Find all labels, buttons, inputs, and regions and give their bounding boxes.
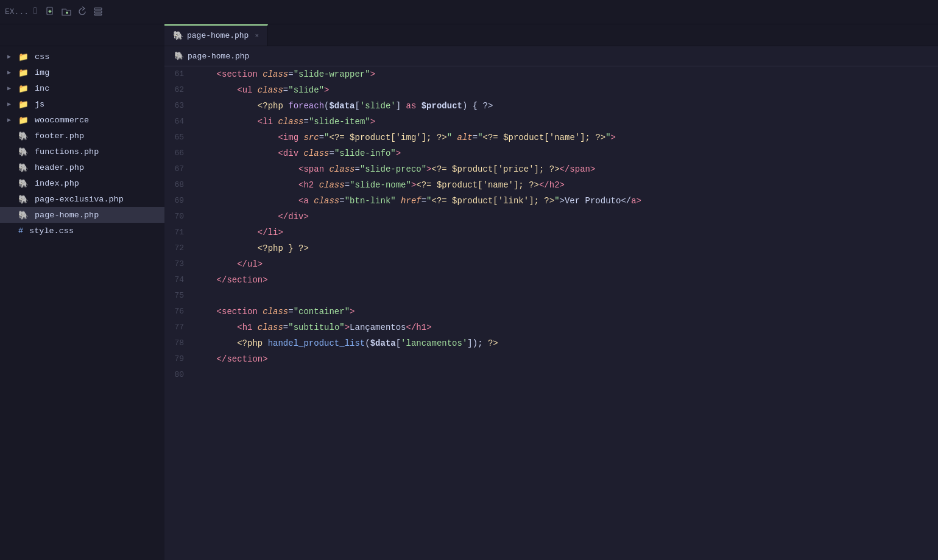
token: <	[278, 133, 283, 142]
token: >	[324, 85, 329, 95]
refresh-icon[interactable]	[77, 6, 88, 17]
token: a	[631, 196, 636, 206]
php-icon: 🐘	[18, 163, 29, 173]
token: class	[263, 69, 288, 79]
token: =	[421, 196, 426, 206]
folder-arrow: ▶	[7, 85, 15, 92]
sidebar-item-img[interactable]: ▶📁img	[0, 65, 164, 80]
line-number: 80	[164, 367, 196, 383]
line-content: <?php } ?>	[196, 240, 938, 256]
line-content: <a class="btn-link" href="<?= $product['…	[196, 193, 938, 209]
token: "btn-link"	[345, 196, 396, 206]
line-number: 75	[164, 288, 196, 304]
token: <	[237, 85, 242, 95]
token: "slide-nome"	[350, 180, 411, 190]
token: class	[329, 164, 354, 174]
code-line-74: 74 </section>	[164, 272, 938, 288]
token: =	[288, 307, 293, 317]
token	[196, 85, 237, 95]
code-line-63: 63 <?php foreach($data['slide'] as $prod…	[164, 98, 938, 114]
folder-arrow: ▶	[7, 100, 15, 108]
new-file-icon[interactable]: 	[34, 6, 56, 17]
sidebar-item-index-php[interactable]: 🐘index.php	[0, 175, 164, 191]
token: <	[278, 149, 283, 158]
token: >	[396, 149, 401, 158]
token: "container"	[294, 307, 350, 317]
line-content: <ul class="slide">	[196, 82, 938, 98]
line-number: 68	[164, 177, 196, 193]
code-line-72: 72 <?php } ?>	[164, 240, 938, 256]
code-line-61: 61 <section class="slide-wrapper">	[164, 66, 938, 82]
line-content: </div>	[196, 209, 938, 225]
sidebar-item-js[interactable]: ▶📁js	[0, 96, 164, 112]
token	[196, 180, 298, 190]
sidebar-item-label: style.css	[29, 226, 74, 236]
token: <?php	[237, 338, 263, 348]
token: >	[303, 212, 308, 222]
token: "subtitulo"	[288, 323, 344, 332]
folder-arrow: ▶	[7, 116, 15, 124]
sidebar-item-page-home-php[interactable]: 🐘page-home.php	[0, 207, 164, 223]
sidebar-item-page-exclusiva-php[interactable]: 🐘page-exclusiva.php	[0, 191, 164, 207]
line-content: <?php foreach($data['slide'] as $product…	[196, 98, 938, 114]
token	[258, 69, 263, 79]
token: ul	[242, 85, 253, 95]
token: "slide-info"	[334, 149, 396, 158]
token: alt	[457, 133, 473, 142]
token: "	[426, 196, 431, 206]
line-number: 74	[164, 272, 196, 288]
token	[263, 338, 267, 348]
main-layout: ▶📁css▶📁img▶📁inc▶📁js▶📁woocommerce🐘footer.…	[0, 46, 938, 560]
token: div	[288, 212, 303, 222]
token	[196, 338, 237, 348]
token	[196, 117, 258, 127]
sidebar-item-footer-php[interactable]: 🐘footer.php	[0, 128, 164, 144]
sidebar-item-style-css[interactable]: #style.css	[0, 223, 164, 239]
sidebar-item-functions-php[interactable]: 🐘functions.php	[0, 144, 164, 159]
token: >	[426, 164, 431, 174]
token: =	[339, 196, 344, 206]
sidebar-item-label: js	[35, 100, 44, 109]
titlebar-left: EX... 	[5, 6, 169, 17]
token: "slide-item"	[309, 117, 370, 127]
token: class	[258, 85, 283, 95]
tab-close-button[interactable]: ×	[255, 32, 259, 40]
token: <	[237, 323, 242, 332]
token: >	[263, 275, 267, 285]
token: ul	[247, 259, 258, 269]
collapse-icon[interactable]	[93, 6, 104, 17]
tab-page-home[interactable]: 🐘 page-home.php ×	[164, 24, 268, 46]
sidebar-item-header-php[interactable]: 🐘header.php	[0, 159, 164, 175]
token: [	[396, 338, 401, 348]
line-number: 62	[164, 82, 196, 98]
new-folder-icon[interactable]	[61, 6, 72, 17]
token: class	[319, 180, 345, 190]
folder-icon: 📁	[18, 115, 29, 125]
token: <	[258, 117, 263, 127]
code-line-62: 62 <ul class="slide">	[164, 82, 938, 98]
token: ]);	[467, 338, 482, 348]
sidebar-item-label: img	[35, 68, 49, 77]
sidebar-item-css[interactable]: ▶📁css	[0, 49, 164, 65]
svg-rect-6	[94, 11, 102, 13]
code-line-76: 76 <section class="container">	[164, 304, 938, 320]
editor[interactable]: 🐘 page-home.php 61 <section class="slide…	[164, 46, 938, 560]
token	[196, 164, 298, 174]
code-line-73: 73 </ul>	[164, 256, 938, 272]
php-icon: 🐘	[18, 178, 29, 189]
sidebar-item-woocommerce[interactable]: ▶📁woocommerce	[0, 112, 164, 128]
folder-icon: 📁	[18, 83, 29, 94]
line-content: <div class="slide-info">	[196, 145, 938, 161]
php-icon: 🐘	[18, 147, 29, 157]
code-line-79: 79 </section>	[164, 351, 938, 367]
token: $data	[329, 101, 354, 111]
line-content	[196, 367, 938, 383]
token	[309, 196, 314, 206]
titlebar: EX... 	[0, 0, 938, 24]
line-content: <h2 class="slide-nome"><?= $product['nam…	[196, 177, 938, 193]
token: (	[365, 338, 370, 348]
sidebar-item-inc[interactable]: ▶📁inc	[0, 80, 164, 96]
line-number: 72	[164, 240, 196, 256]
code-line-77: 77 <h1 class="subtitulo">Lançamentos</h1…	[164, 320, 938, 335]
code-area: 61 <section class="slide-wrapper">62 <ul…	[164, 66, 938, 383]
